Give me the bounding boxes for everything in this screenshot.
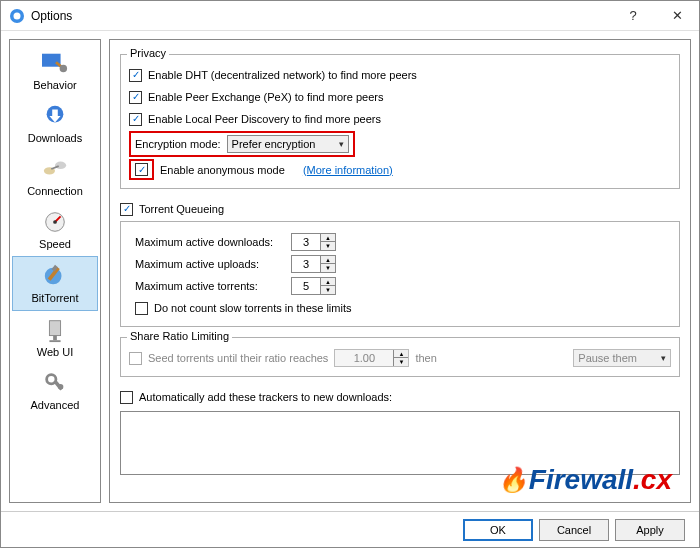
svg-point-1 bbox=[14, 12, 21, 19]
anonymous-highlight: ✓ bbox=[129, 159, 154, 180]
close-button[interactable]: ✕ bbox=[655, 1, 699, 31]
sidebar-item-label: Downloads bbox=[28, 132, 82, 144]
maxup-spinner[interactable]: ▲▼ bbox=[291, 255, 336, 273]
webui-icon bbox=[40, 317, 70, 343]
dht-checkbox[interactable]: ✓ bbox=[129, 69, 142, 82]
pex-label: Enable Peer Exchange (PeX) to find more … bbox=[148, 91, 383, 103]
sidebar-item-label: Web UI bbox=[37, 346, 73, 358]
encryption-highlight: Encryption mode: Prefer encryption bbox=[129, 131, 355, 157]
privacy-group: Privacy ✓Enable DHT (decentralized netwo… bbox=[120, 54, 680, 189]
main-panel: Privacy ✓Enable DHT (decentralized netwo… bbox=[109, 39, 691, 503]
footer: OK Cancel Apply bbox=[1, 511, 699, 547]
trackers-checkbox[interactable] bbox=[120, 391, 133, 404]
maxt-input[interactable] bbox=[292, 278, 320, 294]
seed-label: Seed torrents until their ratio reaches bbox=[148, 352, 328, 364]
seed-checkbox[interactable] bbox=[129, 352, 142, 365]
pex-checkbox[interactable]: ✓ bbox=[129, 91, 142, 104]
sidebar-item-downloads[interactable]: Downloads bbox=[10, 97, 100, 150]
app-icon bbox=[9, 8, 25, 24]
options-window: Options ? ✕ Behavior Downloads Connectio… bbox=[0, 0, 700, 548]
down-icon: ▼ bbox=[394, 358, 408, 366]
watermark: 🔥 Firewall.cx bbox=[498, 464, 672, 496]
group-legend: Share Ratio Limiting bbox=[127, 330, 232, 342]
sidebar-item-webui[interactable]: Web UI bbox=[10, 311, 100, 364]
body: Behavior Downloads Connection Speed BitT… bbox=[1, 31, 699, 511]
ok-button[interactable]: OK bbox=[463, 519, 533, 541]
svg-point-11 bbox=[53, 220, 57, 224]
queueing-label: Torrent Queueing bbox=[139, 203, 224, 215]
up-icon[interactable]: ▲ bbox=[321, 278, 335, 286]
maxdl-label: Maximum active downloads: bbox=[135, 236, 285, 248]
queueing-checkbox[interactable]: ✓ bbox=[120, 203, 133, 216]
slow-label: Do not count slow torrents in these limi… bbox=[154, 302, 351, 314]
bittorrent-icon bbox=[40, 263, 70, 289]
sidebar-item-speed[interactable]: Speed bbox=[10, 203, 100, 256]
slow-checkbox[interactable] bbox=[135, 302, 148, 315]
anonymous-checkbox[interactable]: ✓ bbox=[135, 163, 148, 176]
svg-rect-16 bbox=[53, 336, 57, 341]
sidebar-item-label: Speed bbox=[39, 238, 71, 250]
up-icon[interactable]: ▲ bbox=[321, 256, 335, 264]
svg-point-20 bbox=[58, 384, 64, 390]
help-button[interactable]: ? bbox=[611, 1, 655, 31]
down-icon[interactable]: ▼ bbox=[321, 264, 335, 272]
sidebar-item-advanced[interactable]: Advanced bbox=[10, 364, 100, 417]
maxup-input[interactable] bbox=[292, 256, 320, 272]
maxup-label: Maximum active uploads: bbox=[135, 258, 285, 270]
window-title: Options bbox=[31, 9, 611, 23]
encryption-select[interactable]: Prefer encryption bbox=[227, 135, 350, 153]
advanced-icon bbox=[40, 370, 70, 396]
behavior-icon bbox=[40, 50, 70, 76]
up-icon: ▲ bbox=[394, 350, 408, 358]
trackers-label: Automatically add these trackers to new … bbox=[139, 391, 392, 403]
sidebar-item-bittorrent[interactable]: BitTorrent bbox=[12, 256, 98, 311]
sidebar-item-label: Behavior bbox=[33, 79, 76, 91]
maxt-spinner[interactable]: ▲▼ bbox=[291, 277, 336, 295]
connection-icon bbox=[40, 156, 70, 182]
svg-rect-17 bbox=[49, 340, 60, 342]
down-icon[interactable]: ▼ bbox=[321, 286, 335, 294]
downloads-icon bbox=[40, 103, 70, 129]
svg-line-8 bbox=[51, 166, 58, 169]
flame-icon: 🔥 bbox=[498, 466, 528, 494]
down-icon[interactable]: ▼ bbox=[321, 242, 335, 250]
anonymous-label: Enable anonymous mode bbox=[160, 164, 285, 176]
titlebar: Options ? ✕ bbox=[1, 1, 699, 31]
lpd-label: Enable Local Peer Discovery to find more… bbox=[148, 113, 381, 125]
ratio-action-select: Pause them bbox=[573, 349, 671, 367]
sidebar: Behavior Downloads Connection Speed BitT… bbox=[9, 39, 101, 503]
sidebar-item-label: Connection bbox=[27, 185, 83, 197]
sidebar-item-label: BitTorrent bbox=[31, 292, 78, 304]
speed-icon bbox=[40, 209, 70, 235]
cancel-button[interactable]: Cancel bbox=[539, 519, 609, 541]
dht-label: Enable DHT (decentralized network) to fi… bbox=[148, 69, 417, 81]
maxdl-input[interactable] bbox=[292, 234, 320, 250]
maxdl-spinner[interactable]: ▲▼ bbox=[291, 233, 336, 251]
lpd-checkbox[interactable]: ✓ bbox=[129, 113, 142, 126]
svg-point-4 bbox=[60, 65, 67, 72]
svg-rect-15 bbox=[49, 321, 60, 336]
ratio-spinner: ▲▼ bbox=[334, 349, 409, 367]
up-icon[interactable]: ▲ bbox=[321, 234, 335, 242]
sidebar-item-behavior[interactable]: Behavior bbox=[10, 44, 100, 97]
queueing-group: Maximum active downloads: ▲▼ Maximum act… bbox=[120, 221, 680, 327]
sidebar-item-label: Advanced bbox=[31, 399, 80, 411]
then-label: then bbox=[415, 352, 436, 364]
group-legend: Privacy bbox=[127, 47, 169, 59]
apply-button[interactable]: Apply bbox=[615, 519, 685, 541]
ratio-group: Share Ratio Limiting Seed torrents until… bbox=[120, 337, 680, 377]
more-info-link[interactable]: (More information) bbox=[303, 164, 393, 176]
sidebar-item-connection[interactable]: Connection bbox=[10, 150, 100, 203]
encryption-label: Encryption mode: bbox=[135, 138, 221, 150]
maxt-label: Maximum active torrents: bbox=[135, 280, 285, 292]
ratio-input bbox=[335, 350, 393, 366]
